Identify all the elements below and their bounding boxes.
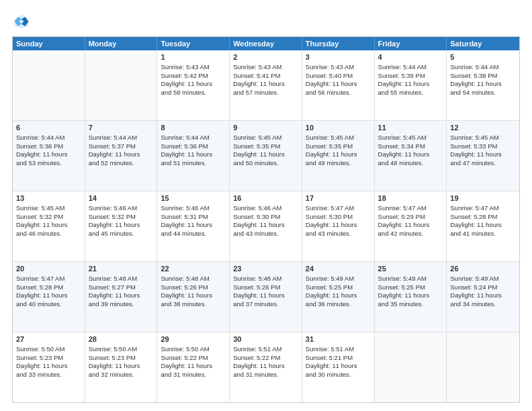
day-info-line: Daylight: 11 hours	[233, 362, 298, 371]
day-info-line: and 46 minutes.	[16, 230, 81, 238]
day-info-line: Sunset: 5:42 PM	[161, 72, 226, 81]
day-info-line: and 53 minutes.	[16, 159, 81, 168]
day-info-line: Sunset: 5:36 PM	[161, 142, 226, 151]
day-info-line: Sunrise: 5:51 AM	[306, 345, 371, 354]
day-info-line: Daylight: 11 hours	[233, 80, 298, 89]
day-info-line: Sunset: 5:38 PM	[450, 72, 516, 81]
header-cell-tuesday: Tuesday	[157, 37, 230, 50]
day-number: 11	[378, 123, 443, 133]
day-info-line: Sunrise: 5:50 AM	[16, 345, 81, 354]
day-number: 6	[16, 123, 81, 133]
day-info-line: Sunset: 5:33 PM	[450, 142, 516, 151]
day-info-line: Sunset: 5:28 PM	[450, 213, 516, 222]
day-number: 21	[89, 264, 154, 274]
day-info-line: Sunrise: 5:47 AM	[450, 204, 516, 213]
day-info-line: Sunrise: 5:46 AM	[161, 204, 226, 213]
day-number: 9	[233, 123, 298, 133]
day-info-line: Daylight: 11 hours	[16, 150, 81, 159]
day-info-line: and 39 minutes.	[89, 300, 154, 309]
day-info-line: Sunset: 5:24 PM	[450, 283, 516, 292]
logo	[12, 12, 34, 31]
day-info-line: Sunset: 5:32 PM	[89, 213, 154, 222]
day-info-line: Sunset: 5:37 PM	[89, 142, 154, 151]
day-info-line: Sunrise: 5:47 AM	[378, 204, 443, 213]
day-info-line: Sunrise: 5:47 AM	[306, 204, 371, 213]
calendar-day-15: 15Sunrise: 5:46 AMSunset: 5:31 PMDayligh…	[157, 191, 230, 261]
day-info-line: Sunrise: 5:48 AM	[233, 275, 298, 283]
calendar-day-6: 6Sunrise: 5:44 AMSunset: 5:38 PMDaylight…	[13, 121, 85, 191]
day-info-line: and 56 minutes.	[306, 89, 371, 97]
calendar-row: 20Sunrise: 5:47 AMSunset: 5:28 PMDayligh…	[13, 261, 519, 332]
header-cell-sunday: Sunday	[13, 37, 85, 50]
calendar-day-10: 10Sunrise: 5:45 AMSunset: 5:35 PMDayligh…	[302, 121, 375, 191]
day-info-line: Daylight: 11 hours	[306, 221, 371, 230]
calendar-empty-cell	[13, 50, 85, 120]
day-info-line: Sunset: 5:23 PM	[89, 354, 154, 363]
day-info-line: Daylight: 11 hours	[450, 150, 516, 159]
day-number: 8	[161, 123, 226, 133]
day-number: 24	[306, 264, 371, 274]
header-cell-saturday: Saturday	[447, 37, 519, 50]
header-cell-monday: Monday	[85, 37, 158, 50]
day-number: 29	[161, 334, 226, 345]
day-info-line: Sunset: 5:21 PM	[306, 354, 371, 363]
day-info-line: Sunrise: 5:46 AM	[233, 204, 298, 213]
calendar-row: 13Sunrise: 5:45 AMSunset: 5:32 PMDayligh…	[13, 191, 519, 261]
day-info-line: Sunset: 5:23 PM	[16, 354, 81, 363]
day-info-line: Sunset: 5:31 PM	[161, 213, 226, 222]
calendar-day-1: 1Sunrise: 5:43 AMSunset: 5:42 PMDaylight…	[157, 50, 230, 120]
day-info-line: Sunrise: 5:50 AM	[89, 345, 154, 354]
day-info-line: Daylight: 11 hours	[89, 291, 154, 300]
day-info-line: and 35 minutes.	[378, 300, 443, 309]
calendar-day-27: 27Sunrise: 5:50 AMSunset: 5:23 PMDayligh…	[13, 332, 85, 402]
day-info-line: and 43 minutes.	[306, 230, 371, 238]
day-number: 31	[306, 334, 371, 345]
page-header	[12, 12, 520, 31]
day-info-line: and 44 minutes.	[161, 230, 226, 238]
calendar-day-8: 8Sunrise: 5:44 AMSunset: 5:36 PMDaylight…	[157, 121, 230, 191]
day-info-line: Sunrise: 5:45 AM	[16, 204, 81, 213]
calendar-day-4: 4Sunrise: 5:44 AMSunset: 5:39 PMDaylight…	[375, 50, 447, 120]
day-info-line: and 51 minutes.	[161, 159, 226, 168]
calendar-day-22: 22Sunrise: 5:48 AMSunset: 5:26 PMDayligh…	[157, 262, 230, 332]
day-info-line: Sunrise: 5:45 AM	[306, 134, 371, 142]
day-info-line: and 34 minutes.	[450, 300, 516, 309]
day-number: 25	[378, 264, 443, 274]
day-info-line: Sunset: 5:25 PM	[378, 283, 443, 292]
calendar-day-11: 11Sunrise: 5:45 AMSunset: 5:34 PMDayligh…	[375, 121, 447, 191]
day-info-line: Sunset: 5:34 PM	[378, 142, 443, 151]
day-info-line: Sunset: 5:39 PM	[378, 72, 443, 81]
day-number: 13	[16, 193, 81, 203]
day-info-line: Sunrise: 5:44 AM	[450, 63, 516, 72]
day-info-line: Daylight: 11 hours	[378, 80, 443, 89]
day-number: 3	[306, 52, 371, 62]
day-info-line: Daylight: 11 hours	[378, 221, 443, 230]
day-number: 19	[450, 193, 516, 203]
calendar-day-16: 16Sunrise: 5:46 AMSunset: 5:30 PMDayligh…	[230, 191, 302, 261]
calendar-day-30: 30Sunrise: 5:51 AMSunset: 5:22 PMDayligh…	[230, 332, 302, 402]
day-info-line: Daylight: 11 hours	[378, 150, 443, 159]
day-info-line: and 40 minutes.	[16, 300, 81, 309]
calendar-day-31: 31Sunrise: 5:51 AMSunset: 5:21 PMDayligh…	[302, 332, 375, 402]
day-info-line: Sunset: 5:35 PM	[233, 142, 298, 151]
day-info-line: Daylight: 11 hours	[450, 80, 516, 89]
day-info-line: Daylight: 11 hours	[161, 291, 226, 300]
day-info-line: Sunset: 5:32 PM	[16, 213, 81, 222]
day-info-line: Sunrise: 5:44 AM	[378, 63, 443, 72]
day-info-line: Sunset: 5:30 PM	[233, 213, 298, 222]
day-info-line: and 57 minutes.	[233, 89, 298, 97]
day-info-line: and 48 minutes.	[378, 159, 443, 168]
day-info-line: Sunrise: 5:45 AM	[450, 134, 516, 142]
calendar-day-19: 19Sunrise: 5:47 AMSunset: 5:28 PMDayligh…	[447, 191, 519, 261]
day-info-line: and 38 minutes.	[161, 300, 226, 309]
day-info-line: Sunset: 5:25 PM	[306, 283, 371, 292]
calendar-empty-cell	[375, 332, 447, 402]
day-info-line: and 41 minutes.	[450, 230, 516, 238]
calendar-day-28: 28Sunrise: 5:50 AMSunset: 5:23 PMDayligh…	[85, 332, 158, 402]
calendar-row: 6Sunrise: 5:44 AMSunset: 5:38 PMDaylight…	[13, 120, 519, 191]
calendar-empty-cell	[447, 332, 519, 402]
calendar-day-5: 5Sunrise: 5:44 AMSunset: 5:38 PMDaylight…	[447, 50, 519, 120]
day-number: 14	[89, 193, 154, 203]
day-info-line: Daylight: 11 hours	[161, 362, 226, 371]
calendar: SundayMondayTuesdayWednesdayThursdayFrid…	[12, 36, 520, 403]
